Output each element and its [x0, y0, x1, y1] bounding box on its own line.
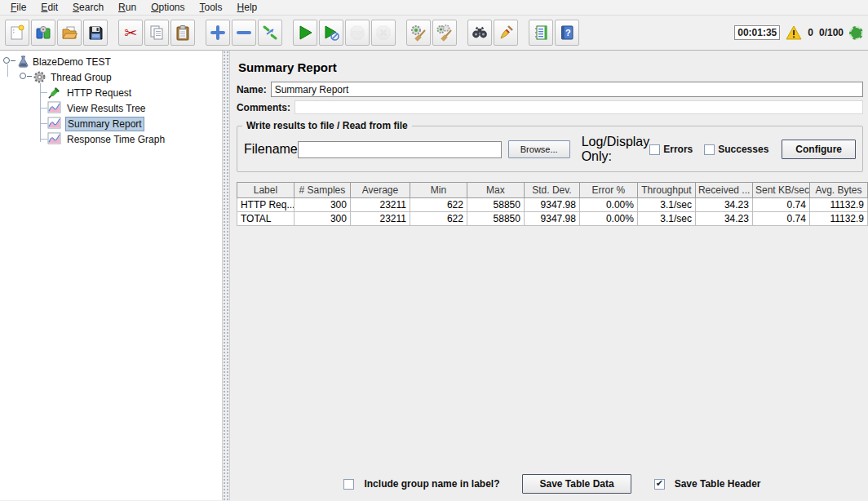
- menu-search[interactable]: Search: [65, 1, 111, 14]
- group-title: Write results to file / Read from file: [242, 120, 412, 131]
- open-button[interactable]: [57, 20, 82, 46]
- menu-help[interactable]: Help: [230, 1, 265, 14]
- warning-icon[interactable]: [786, 25, 802, 40]
- paste-button[interactable]: [170, 20, 195, 46]
- search-button[interactable]: [467, 20, 492, 46]
- table-cell: 0.74: [752, 198, 809, 212]
- tree-expand-handle[interactable]: [3, 57, 10, 64]
- column-header-max[interactable]: Max: [467, 183, 524, 198]
- table-cell: 34.23: [695, 212, 752, 226]
- tree-node-view-results-tree[interactable]: View Results Tree: [0, 100, 222, 116]
- column-header-average[interactable]: Average: [350, 183, 410, 198]
- clear-button[interactable]: [406, 20, 431, 46]
- table-cell: 11132.9: [809, 198, 867, 212]
- table-footer: Include group name in label? Save Table …: [237, 474, 868, 500]
- column-header-received-[interactable]: Received ...: [695, 183, 752, 198]
- menu-file[interactable]: File: [3, 1, 33, 14]
- column-header-label[interactable]: Label: [237, 183, 294, 198]
- table-cell: 0.00%: [579, 212, 637, 226]
- function-helper-button[interactable]: [529, 20, 553, 46]
- successes-checkbox[interactable]: [704, 144, 715, 155]
- save-table-header-checkbox[interactable]: [654, 479, 665, 490]
- tree-expand-handle[interactable]: [20, 73, 26, 79]
- search-icon: [471, 24, 489, 42]
- errors-label: Errors: [663, 144, 693, 155]
- column-header-avg-bytes[interactable]: Avg. Bytes: [809, 183, 867, 198]
- table-cell: 23211: [350, 212, 410, 226]
- status-cluster: 00:01:35 0 0/100: [734, 25, 863, 40]
- table-cell: 0.00%: [579, 198, 637, 212]
- start-no-pauses-button[interactable]: [319, 20, 343, 46]
- thread-status-circle-icon: [849, 26, 863, 40]
- listener-icon: [47, 132, 61, 147]
- table-cell: 622: [410, 212, 467, 226]
- save-table-data-button[interactable]: Save Table Data: [522, 474, 631, 494]
- successes-label: Successes: [718, 144, 768, 155]
- menu-tools[interactable]: Tools: [193, 1, 230, 14]
- table-cell: 3.1/sec: [637, 198, 695, 212]
- clear-all-button[interactable]: [432, 20, 457, 46]
- column-header--samples[interactable]: # Samples: [294, 183, 350, 198]
- log-display-label: Log/Display Only:: [582, 135, 650, 164]
- start-button[interactable]: [293, 20, 317, 46]
- remove-button[interactable]: [232, 20, 256, 46]
- menu-run[interactable]: Run: [111, 1, 144, 14]
- errors-checkbox[interactable]: [649, 144, 660, 155]
- save-button[interactable]: [83, 20, 108, 46]
- menu-options[interactable]: Options: [144, 1, 192, 14]
- save-icon: [86, 24, 104, 42]
- table-cell: TOTAL: [237, 212, 294, 226]
- browse-button[interactable]: Browse...: [508, 140, 570, 158]
- tree-node-thread-group[interactable]: Thread Group: [0, 69, 222, 85]
- plus-icon: [209, 24, 227, 42]
- summary-report-panel: Summary Report Name: Comments: Write res…: [230, 51, 868, 500]
- column-header-min[interactable]: Min: [410, 183, 467, 198]
- table-cell: 23211: [350, 198, 410, 212]
- tree-node-response-time-graph[interactable]: Response Time Graph: [0, 131, 222, 147]
- column-header-std-dev-[interactable]: Std. Dev.: [524, 183, 579, 198]
- tree-node-label: HTTP Request: [65, 86, 133, 100]
- include-group-name-checkbox[interactable]: [343, 479, 354, 490]
- cut-icon: ✂: [124, 25, 137, 41]
- menu-edit[interactable]: Edit: [33, 1, 65, 14]
- include-group-name-label: Include group name in label?: [364, 478, 499, 490]
- tree-node-label: Response Time Graph: [65, 133, 166, 146]
- templates-button[interactable]: [31, 20, 55, 46]
- name-input[interactable]: [271, 82, 863, 97]
- filename-input[interactable]: [298, 141, 502, 158]
- cut-button[interactable]: ✂: [118, 20, 143, 46]
- tree-node-label: BlazeDemo TEST: [31, 55, 113, 69]
- table-cell: 300: [294, 212, 350, 226]
- comments-input[interactable]: [294, 100, 863, 114]
- start-no-pauses-icon: [322, 24, 340, 42]
- column-header-throughput[interactable]: Throughput: [637, 183, 695, 198]
- help-button[interactable]: ?: [555, 20, 579, 46]
- tree-node-blazedemo-test[interactable]: BlazeDemo TEST: [0, 54, 222, 69]
- test-plan-tree: BlazeDemo TESTThread GroupHTTP RequestVi…: [0, 51, 222, 500]
- http-request-icon: [47, 86, 61, 102]
- copy-icon: [148, 24, 166, 42]
- clear-all-icon: [436, 24, 454, 42]
- column-header-error-[interactable]: Error %: [579, 183, 637, 198]
- shutdown-icon: [374, 24, 392, 42]
- stop-button: STOP: [345, 20, 370, 46]
- toolbar-buttons: ✂STOP?: [5, 16, 581, 50]
- tree-node-label: Summary Report: [65, 117, 144, 131]
- comments-label: Comments:: [237, 102, 290, 113]
- column-header-sent-kb-sec[interactable]: Sent KB/sec: [752, 183, 809, 198]
- table-row[interactable]: TOTAL30023211622588509347.980.00%3.1/sec…: [237, 212, 867, 226]
- elapsed-time: 00:01:35: [734, 25, 780, 40]
- configure-button[interactable]: Configure: [782, 140, 856, 159]
- table-row[interactable]: HTTP Req...30023211622588509347.980.00%3…: [237, 198, 867, 212]
- thread-group-icon: [33, 70, 46, 86]
- table-cell: 58850: [467, 212, 524, 226]
- add-button[interactable]: [206, 20, 230, 46]
- new-file-button[interactable]: [5, 20, 29, 46]
- toggle-button[interactable]: [258, 20, 282, 46]
- tree-node-summary-report[interactable]: Summary Report: [0, 116, 222, 131]
- write-results-group: Write results to file / Read from file F…: [237, 126, 863, 172]
- tree-node-http-request[interactable]: HTTP Request: [0, 85, 222, 100]
- panel-splitter[interactable]: [222, 51, 230, 500]
- search-reset-button[interactable]: [494, 20, 518, 46]
- copy-button[interactable]: [144, 20, 169, 46]
